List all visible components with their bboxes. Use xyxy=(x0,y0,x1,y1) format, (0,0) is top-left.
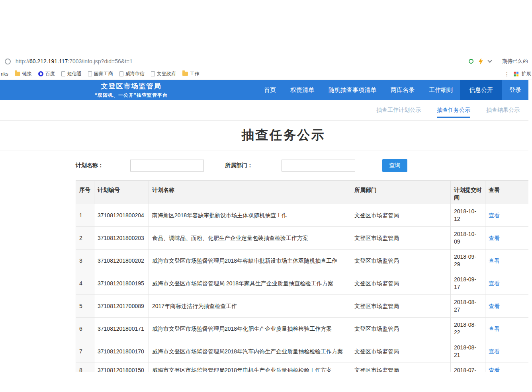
cell-date: 2018-10-09 xyxy=(451,227,485,250)
cell-view: 查看 xyxy=(485,363,529,372)
table-row: 5 371081201700089 2017年商标违法行为抽查检查工作 文登区市… xyxy=(76,295,529,318)
bookmark-item[interactable]: nks xyxy=(1,71,8,77)
search-form: 计划名称： 所属部门： 查询 xyxy=(0,150,528,180)
view-link[interactable]: 查看 xyxy=(489,257,500,264)
nav-item-home[interactable]: 首页 xyxy=(257,80,283,100)
cell-department: 文登区市场监管局 xyxy=(351,204,451,227)
cell-plan-name: 威海市文登区市场监督管理局 2018年家具生产企业质量抽查检验工作方案 xyxy=(149,272,351,295)
cell-plan-name: 南海新区2018年容缺审批新设市场主体双随机抽查工作 xyxy=(149,204,351,227)
cell-view: 查看 xyxy=(485,272,529,295)
nav-item-info-disclosure[interactable]: 信息公开 xyxy=(460,80,502,100)
url-host: 60.212.191.117 xyxy=(29,58,68,64)
cell-date: 2018-08-21 xyxy=(451,340,485,363)
page-icon xyxy=(119,71,123,76)
header-view: 查看 xyxy=(485,181,529,204)
view-link[interactable]: 查看 xyxy=(489,280,500,287)
subnav-item-result-publicity[interactable]: 抽查结果公示 xyxy=(486,100,520,120)
header-department: 所属部门 xyxy=(351,181,451,204)
vertical-divider xyxy=(498,57,498,65)
subnav-item-plan-publicity[interactable]: 抽查工作计划公示 xyxy=(376,100,421,120)
subnav-item-task-publicity[interactable]: 抽查任务公示 xyxy=(437,100,470,120)
baidu-icon xyxy=(38,71,43,76)
header-plan-id: 计划编号 xyxy=(94,181,149,204)
bookmarks-bar: nks 链接 百度 短信通 国家工商 威海市信 xyxy=(0,68,532,80)
view-link[interactable]: 查看 xyxy=(489,235,500,241)
cell-index: 3 xyxy=(76,250,94,272)
chevron-down-icon[interactable] xyxy=(487,58,492,62)
cell-plan-name: 威海市文登区市场监督管理局2018年电机生产企业质量抽检检验工作方案 xyxy=(149,363,351,372)
view-link[interactable]: 查看 xyxy=(489,212,500,218)
site-brand: 文登区市场监管局 “双随机、一公开”抽查监管平台 xyxy=(95,80,168,100)
search-button[interactable]: 查询 xyxy=(382,159,407,172)
address-bar[interactable]: http://60.212.191.117:7003/info.jsp?did=… xyxy=(0,55,532,68)
header-index: 序号 xyxy=(76,181,94,204)
url-text[interactable]: http://60.212.191.117:7003/info.jsp?did=… xyxy=(16,58,133,64)
promo-text: 期待已久的 xyxy=(502,58,528,65)
folder-icon xyxy=(182,72,188,76)
cell-view: 查看 xyxy=(485,295,529,318)
table-row: 7 371081201800170 威海市文登区市场监督管理局2018年汽车内饰… xyxy=(76,340,529,363)
bookmarks-bar-right: ⋮ 扩展 xyxy=(504,70,531,77)
sub-nav: 抽查工作计划公示 抽查任务公示 抽查结果公示 xyxy=(0,100,528,121)
browser-window: http://60.212.191.117:7003/info.jsp?did=… xyxy=(0,0,532,392)
header-plan-name: 计划名称 xyxy=(149,181,351,204)
page-icon xyxy=(151,71,155,76)
folder-icon xyxy=(15,72,20,76)
bookmark-label: 国家工商 xyxy=(94,70,113,77)
bookmark-item[interactable]: 链接 xyxy=(15,70,32,77)
department-label: 所属部门： xyxy=(225,162,282,169)
nav-item-login[interactable]: 登录 xyxy=(502,80,528,100)
lightning-extension-icon[interactable] xyxy=(479,58,483,64)
bookmark-item[interactable]: 短信通 xyxy=(61,70,82,77)
site-subtitle: “双随机、一公开”抽查监管平台 xyxy=(95,92,168,99)
bookmark-item[interactable]: 威海市信 xyxy=(119,70,145,77)
cell-plan-name: 威海市文登区市场监督管理局2018年容缺审批新设市场主体双随机抽查工作 xyxy=(149,250,351,272)
department-input[interactable] xyxy=(282,160,355,172)
cell-department: 文登区市场监管局 xyxy=(351,227,451,250)
view-link[interactable]: 查看 xyxy=(489,303,500,309)
bookmark-label: 文登政府 xyxy=(157,70,176,77)
cell-view: 查看 xyxy=(485,250,529,272)
overflow-menu-icon[interactable]: ⋮ xyxy=(504,71,510,77)
cell-plan-name: 威海市文登区市场监督管理局2018年化肥生产企业质量抽检检验工作方案 xyxy=(149,318,351,340)
nav-item-duty-list[interactable]: 权责清单 xyxy=(283,80,321,100)
bookmark-label: 短信通 xyxy=(67,70,82,77)
cell-index: 6 xyxy=(76,318,94,340)
cell-plan-id: 371081201800170 xyxy=(94,340,149,363)
page-title: 抽查任务公示 xyxy=(242,127,325,144)
bookmark-label: nks xyxy=(1,71,8,77)
cell-department: 文登区市场监管局 xyxy=(351,295,451,318)
proxy-refresh-extension-icon[interactable] xyxy=(469,59,473,64)
main-nav: 首页 权责清单 随机抽查事项清单 两库名录 工作细则 信息公开 登录 xyxy=(257,80,528,100)
page-title-bar: 抽查任务公示 xyxy=(0,121,528,150)
browser-chrome: http://60.212.191.117:7003/info.jsp?did=… xyxy=(0,0,532,80)
cell-plan-name: 2017年商标违法行为抽查检查工作 xyxy=(149,295,351,318)
bookmark-item[interactable]: 文登政府 xyxy=(151,70,176,77)
cell-view: 查看 xyxy=(485,227,529,250)
header-date: 计划提交时间 xyxy=(451,181,485,204)
view-link[interactable]: 查看 xyxy=(489,326,500,332)
task-table: 序号 计划编号 计划名称 所属部门 计划提交时间 查看 1 3710812018… xyxy=(76,180,528,372)
cell-department: 文登区市场监管局 xyxy=(351,272,451,295)
site-title: 文登区市场监管局 xyxy=(95,82,168,91)
nav-item-work-rules[interactable]: 工作细则 xyxy=(422,80,460,100)
cell-plan-id: 371081201800202 xyxy=(94,250,149,272)
cell-index: 4 xyxy=(76,272,94,295)
nav-item-random-inspection-list[interactable]: 随机抽查事项清单 xyxy=(321,80,383,100)
bookmark-item[interactable]: 国家工商 xyxy=(88,70,113,77)
plan-name-label: 计划名称： xyxy=(76,162,130,169)
page-icon xyxy=(88,71,92,76)
cell-index: 1 xyxy=(76,204,94,227)
bookmark-label: 工作 xyxy=(190,70,200,77)
plan-name-input[interactable] xyxy=(130,160,204,172)
cell-department: 文登区市场监管局 xyxy=(351,340,451,363)
bookmark-label: 链接 xyxy=(22,70,32,77)
nav-item-two-databases[interactable]: 两库名录 xyxy=(383,80,422,100)
bookmark-item[interactable]: 工作 xyxy=(182,70,200,77)
extensions-grid-icon[interactable] xyxy=(514,72,518,76)
site-info-icon[interactable] xyxy=(5,59,11,64)
bookmark-item[interactable]: 百度 xyxy=(38,70,55,77)
view-link[interactable]: 查看 xyxy=(489,348,500,355)
view-link[interactable]: 查看 xyxy=(489,367,500,372)
cell-date: 2018-09-29 xyxy=(451,250,485,272)
